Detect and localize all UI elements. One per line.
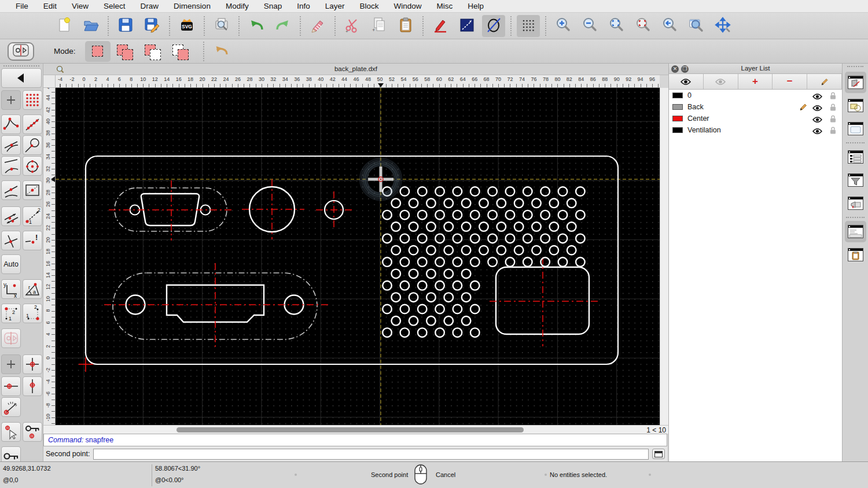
coordinate-polar-button[interactable]: ra — [23, 279, 42, 299]
layer-row-back[interactable]: Back — [669, 101, 842, 113]
layer-lock-toggle[interactable] — [830, 91, 836, 102]
svg-export-button[interactable]: SVG — [175, 15, 198, 37]
layer-color-swatch[interactable] — [672, 127, 683, 133]
block-list-toggle-button[interactable] — [845, 95, 866, 116]
snap-free-button[interactable] — [1, 90, 21, 110]
cut-button[interactable]: + — [341, 15, 364, 37]
layer-lock-toggle[interactable] — [830, 126, 836, 136]
command-widget-toggle-button[interactable] — [845, 221, 866, 242]
snap-nearest-button[interactable] — [1, 156, 21, 176]
library-browser-toggle-button[interactable] — [845, 118, 866, 139]
snap-distance-manual-button[interactable]: 12 — [23, 206, 42, 226]
layer-row-center[interactable]: Center — [669, 113, 842, 124]
menu-item-draw[interactable]: Draw — [133, 0, 167, 13]
lock-icon[interactable] — [830, 127, 836, 134]
snap-intersection-auto-button[interactable] — [1, 135, 21, 155]
eye-icon[interactable] — [812, 128, 822, 135]
ellipse-line-tool-button[interactable] — [482, 15, 505, 37]
show-all-layers-button[interactable] — [669, 74, 704, 89]
layer-color-swatch[interactable] — [672, 93, 683, 98]
menu-item-snap[interactable]: Snap — [256, 0, 290, 13]
lock-icon[interactable] — [830, 115, 836, 123]
edit-layer-button[interactable] — [807, 74, 842, 89]
zoom-auto-button[interactable] — [605, 15, 628, 37]
layer-row-0[interactable]: 0 — [669, 90, 842, 101]
zoom-window-button[interactable] — [685, 15, 708, 37]
save-button[interactable] — [114, 15, 137, 37]
set-relative-zero-button[interactable] — [1, 422, 21, 442]
layer-list-toggle-button[interactable] — [845, 72, 866, 93]
menu-item-view[interactable]: View — [64, 0, 96, 13]
restrict-angle-button[interactable] — [1, 397, 21, 417]
delete-button[interactable] — [306, 15, 329, 37]
print-preview-button[interactable] — [210, 15, 233, 37]
clipboard-widget-toggle-button[interactable] — [845, 244, 866, 265]
paste-button[interactable] — [394, 15, 417, 37]
vertical-scrollbar[interactable] — [660, 88, 668, 425]
layer-row-ventilation[interactable]: Ventilation — [669, 124, 842, 136]
lock-icon[interactable] — [830, 92, 836, 99]
restrict-nothing-button[interactable] — [1, 354, 21, 374]
snap-tangent-button[interactable] — [23, 135, 42, 155]
snap-distance-button[interactable] — [23, 180, 42, 200]
eye-icon[interactable] — [812, 105, 822, 112]
restrict-vertical-button[interactable] — [23, 376, 42, 396]
grid-toggle-button[interactable] — [517, 15, 540, 37]
menu-item-select[interactable]: Select — [96, 0, 133, 13]
copy-button[interactable]: + — [367, 15, 391, 37]
remove-layer-button[interactable]: − — [773, 74, 807, 89]
snap-intersection-manual-button[interactable]: ! — [23, 231, 42, 250]
snap-parallel-button[interactable] — [1, 206, 21, 226]
menu-item-modify[interactable]: Modify — [218, 0, 256, 13]
command-input[interactable] — [93, 449, 649, 460]
pan-zoom-button[interactable] — [711, 15, 734, 37]
menu-item-misc[interactable]: Misc — [429, 0, 461, 13]
menu-item-edit[interactable]: Edit — [36, 0, 64, 13]
zoom-selected-button[interactable] — [631, 15, 654, 37]
toolbar-handle[interactable] — [847, 66, 863, 69]
entity-list-toggle-button[interactable] — [845, 146, 866, 168]
snap-auto-button[interactable]: Auto — [1, 254, 21, 274]
snap-grid-button[interactable] — [23, 90, 42, 110]
horizontal-scrollbar[interactable] — [56, 426, 626, 434]
menu-item-help[interactable]: Help — [460, 0, 491, 13]
menu-item-block[interactable]: Block — [352, 0, 387, 13]
layer-visibility-toggle[interactable] — [812, 127, 822, 137]
zoom-in-button[interactable] — [551, 15, 575, 37]
entity-filter-toggle-button[interactable] — [845, 169, 866, 191]
line-tool-button[interactable] — [455, 15, 479, 37]
eye-icon[interactable] — [812, 93, 822, 100]
snap-center-button[interactable] — [23, 156, 42, 176]
command-options-button[interactable] — [652, 449, 665, 459]
menu-item-info[interactable]: Info — [289, 0, 318, 13]
revert-selection-button[interactable] — [209, 40, 233, 62]
add-layer-button[interactable]: + — [738, 74, 773, 89]
mirror-tool-button[interactable] — [8, 42, 34, 61]
selection-mode-subtract-button[interactable] — [141, 41, 166, 62]
restrict-horizontal-button[interactable] — [1, 376, 21, 396]
pen-edit-button[interactable] — [429, 15, 452, 37]
save-as-button[interactable] — [141, 15, 164, 37]
menu-item-file[interactable]: File — [8, 0, 36, 13]
snap-on-entity-button[interactable] — [23, 114, 42, 134]
restrict-mirror-disabled-button[interactable] — [1, 328, 21, 348]
back-button[interactable] — [1, 68, 42, 88]
new-document-button[interactable] — [53, 15, 76, 37]
hide-all-layers-button[interactable] — [704, 74, 738, 89]
redo-button[interactable] — [271, 15, 295, 37]
horizontal-scrollbar-thumb[interactable] — [176, 427, 524, 432]
open-file-button[interactable] — [79, 15, 102, 37]
restrict-orthogonal-button[interactable] — [23, 354, 42, 374]
notification-toggle-button[interactable] — [845, 193, 866, 214]
eye-icon[interactable] — [812, 116, 822, 123]
layer-color-swatch[interactable] — [672, 116, 683, 121]
zoom-previous-button[interactable] — [658, 15, 681, 37]
snap-endpoints-button[interactable] — [1, 114, 21, 134]
menu-item-dimension[interactable]: Dimension — [166, 0, 218, 13]
absolute-coords-button[interactable]: 12 — [23, 304, 42, 323]
layer-lock-toggle[interactable] — [830, 103, 836, 113]
layer-color-swatch[interactable] — [672, 104, 683, 110]
menu-item-window[interactable]: Window — [387, 0, 429, 13]
selection-mode-intersect-button[interactable] — [168, 41, 194, 62]
layer-lock-toggle[interactable] — [830, 114, 836, 125]
